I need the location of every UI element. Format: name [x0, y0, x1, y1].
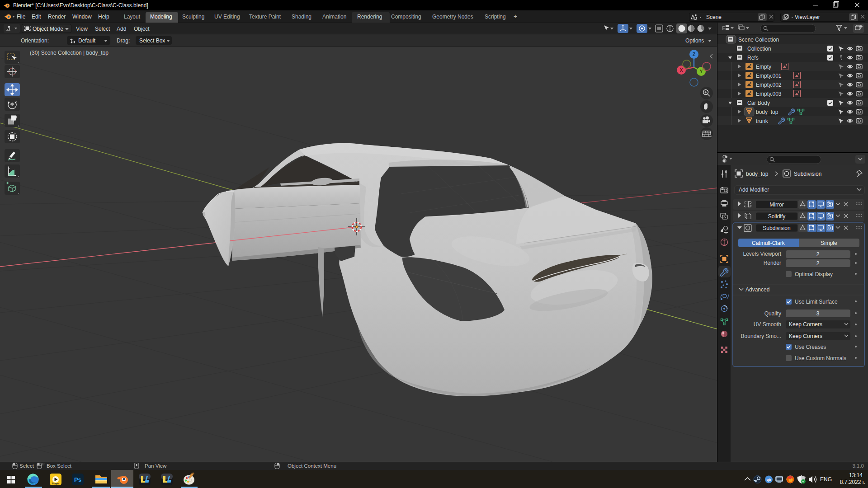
svg-text:Mirror: Mirror [769, 202, 783, 208]
svg-text:Empty.002: Empty.002 [756, 82, 782, 88]
svg-text:Boundary Smo...: Boundary Smo... [741, 333, 781, 339]
svg-text:Player: Player [52, 482, 60, 485]
svg-text:trunk: trunk [756, 118, 769, 124]
svg-text:Empty: Empty [756, 64, 771, 70]
svg-text:2: 2 [816, 251, 820, 258]
svg-text:Render: Render [764, 260, 781, 266]
svg-text:X: X [680, 68, 683, 73]
svg-text:qb: qb [767, 478, 771, 482]
svg-text:Select: Select [19, 463, 34, 469]
svg-text:Use Custom Normals: Use Custom Normals [795, 355, 846, 361]
svg-text:Optimal Display: Optimal Display [795, 271, 833, 277]
svg-text:Y: Y [700, 69, 703, 74]
svg-text:ENG: ENG [820, 476, 832, 483]
svg-text:Add Modifier: Add Modifier [739, 187, 769, 193]
svg-text:Scene Collection: Scene Collection [738, 37, 779, 43]
svg-text:8.7.2022 г.: 8.7.2022 г. [840, 479, 865, 485]
svg-text:body_top: body_top [746, 171, 769, 177]
svg-text:Object Context Menu: Object Context Menu [288, 463, 336, 469]
svg-text:(30) Scene Collection | body_t: (30) Scene Collection | body_top [30, 50, 108, 56]
svg-text:Subdivision: Subdivision [794, 171, 821, 177]
svg-text:Quality: Quality [764, 310, 781, 317]
svg-text:Simple: Simple [821, 240, 837, 246]
svg-text:Catmull-Clark: Catmull-Clark [752, 240, 785, 246]
svg-text:Solidify: Solidify [768, 213, 786, 220]
svg-text:Keep Corners: Keep Corners [789, 333, 822, 339]
svg-text:Keep Corners: Keep Corners [789, 321, 822, 328]
svg-text:3.1.0: 3.1.0 [852, 463, 864, 469]
svg-text:Car Body: Car Body [747, 100, 770, 106]
svg-text:Subdivision: Subdivision [763, 225, 790, 231]
svg-text:Collection: Collection [747, 46, 771, 52]
svg-text:Use Creases: Use Creases [795, 344, 826, 350]
svg-text:body_top: body_top [756, 109, 778, 115]
svg-text:Ps: Ps [74, 476, 81, 483]
svg-text:Empty.001: Empty.001 [756, 73, 782, 79]
svg-text:Advanced: Advanced [745, 286, 769, 293]
svg-text:Z: Z [693, 52, 695, 57]
svg-text:Box Select: Box Select [47, 463, 72, 469]
svg-text:UV Smooth: UV Smooth [754, 321, 781, 328]
svg-text:Use Limit Surface: Use Limit Surface [795, 299, 838, 305]
svg-text:13:14: 13:14 [849, 472, 863, 479]
svg-text:3: 3 [816, 310, 820, 317]
svg-text:2: 2 [816, 260, 820, 267]
svg-text:Refs: Refs [747, 55, 759, 61]
svg-text:Empty.003: Empty.003 [756, 91, 782, 97]
svg-text:Pan View: Pan View [145, 463, 167, 469]
svg-text:Levels Viewport: Levels Viewport [743, 251, 782, 257]
